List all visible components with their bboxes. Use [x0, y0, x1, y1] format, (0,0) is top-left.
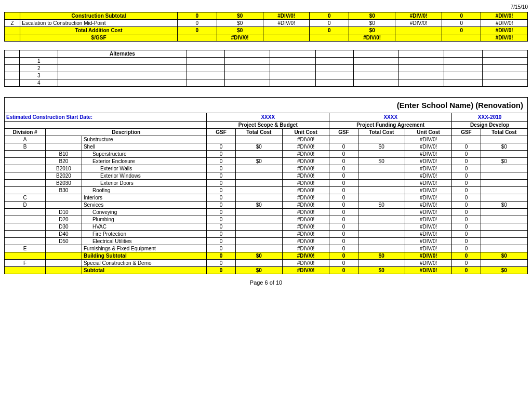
row-id: B: [5, 143, 46, 151]
gsf-header-2: GSF: [329, 129, 358, 136]
c1-uc: #DIV/0!: [282, 267, 329, 274]
c1-gsf: 0: [207, 194, 235, 202]
c2-uc: #DIV/0!: [405, 223, 451, 231]
alternates-header-row: Alternates: [5, 50, 528, 58]
alt-prefix: [5, 65, 20, 72]
c2-tc: $0: [349, 20, 395, 27]
data-row: Subtotal0$0#DIV/0!0$0#DIV/0!0$0: [5, 267, 528, 274]
row-id: [5, 209, 46, 216]
row-z: Z: [5, 20, 20, 27]
c1-gsf: [207, 136, 235, 143]
row-id: [5, 216, 46, 223]
gsf-header-1: GSF: [207, 129, 235, 136]
c1-uc: #DIV/0!: [282, 165, 329, 172]
row-code: B20: [46, 158, 82, 165]
c1: [187, 58, 225, 65]
c1-gsf: 0: [207, 245, 235, 252]
div-num-header: Division #: [5, 129, 46, 136]
c1-uc: #DIV/0!: [282, 202, 329, 209]
row-desc: Superstructure: [82, 151, 206, 158]
row-code: [46, 252, 82, 260]
row-label: Escalation to Construction Mid-Point: [20, 20, 178, 27]
c3-tc: [481, 151, 527, 158]
row-label: Total Addition Cost: [20, 27, 178, 34]
alt-row-3: 3: [5, 72, 528, 79]
row-desc: Furnishings & Fixed Equipment: [82, 245, 206, 252]
c4: [315, 58, 354, 65]
c1-gsf: 0: [207, 216, 235, 223]
escalation-row: Z Escalation to Construction Mid-Point 0…: [5, 20, 528, 27]
alt-prefix: [5, 58, 20, 65]
c2-gsf: 0: [310, 27, 349, 34]
col-group-3-label: XXX-2010: [452, 113, 528, 122]
c1: [187, 79, 225, 87]
page-date: 7/15/10: [4, 4, 528, 10]
row-desc: Special Construction & Demo: [82, 260, 206, 267]
gsf-header-3: GSF: [452, 129, 481, 136]
c1-gsf: 0: [207, 202, 235, 209]
row-desc: Electrical Utilities: [82, 238, 206, 245]
c2-uc: [395, 27, 442, 34]
row-id: [5, 165, 46, 172]
c7: [444, 79, 483, 87]
c1-gsf: 0: [207, 165, 235, 172]
c2-gsf: 0: [329, 260, 358, 267]
c2-gsf: 0: [329, 187, 358, 194]
c1-tc: [235, 194, 282, 202]
c2-gsf: 0: [329, 158, 358, 165]
c1-tc: [235, 209, 282, 216]
c3-tc: [481, 260, 527, 267]
c2-tc: $0: [358, 252, 405, 260]
school-name: (Enter School Name) (Renovation): [5, 98, 528, 113]
main-table: (Enter School Name) (Renovation) Estimat…: [4, 97, 528, 274]
alt-desc: [58, 65, 187, 72]
c1-uc: #DIV/0!: [282, 187, 329, 194]
alt-desc: [58, 72, 187, 79]
row-id: F: [5, 260, 46, 267]
row-id: [5, 158, 46, 165]
c3-gsf: 0: [452, 180, 481, 187]
data-row: ASubstructure#DIV/0!#DIV/0!: [5, 136, 528, 143]
unit-cost-header-1: Unit Cost: [282, 129, 329, 136]
c3-tc: [481, 209, 527, 216]
c2-gsf: 0: [329, 223, 358, 231]
data-row: D20Plumbing0#DIV/0!0#DIV/0!0: [5, 216, 528, 223]
c2-gsf: 0: [329, 194, 358, 202]
c5: [354, 72, 399, 79]
c2-tc: [358, 231, 405, 238]
c3: [270, 79, 315, 87]
data-row: BShell0$0#DIV/0!0$0#DIV/0!0$0: [5, 143, 528, 151]
c3-gsf: 0: [452, 238, 481, 245]
c2-tc: [358, 136, 405, 143]
row-id: A: [5, 136, 46, 143]
col-prefix: [5, 27, 20, 34]
c3-gsf: 0: [452, 267, 481, 274]
data-row: B2030Exterior Doors0#DIV/0!0#DIV/0!0: [5, 180, 528, 187]
alt-blank8: [399, 50, 444, 58]
row-code: [46, 245, 82, 252]
c2-uc: #DIV/0!: [405, 143, 451, 151]
row-id: [5, 252, 46, 260]
c1-gsf: 0: [207, 260, 235, 267]
c1-tc: [235, 223, 282, 231]
row-desc: Subtotal: [82, 267, 206, 274]
school-name-row: (Enter School Name) (Renovation): [5, 98, 528, 113]
c2-gsf: 0: [329, 209, 358, 216]
c2: [225, 58, 270, 65]
c2-uc: #DIV/0!: [405, 245, 451, 252]
c2-tc: [358, 180, 405, 187]
alternates-table: Alternates 1: [4, 50, 528, 87]
c3-tc: [481, 245, 527, 252]
c8: [482, 72, 527, 79]
row-desc: Substructure: [82, 136, 206, 143]
c6: [399, 79, 444, 87]
c1-tc: $0: [235, 202, 282, 209]
c1-uc: #DIV/0!: [282, 252, 329, 260]
row-code: B2030: [46, 180, 82, 187]
c3-tc: $0: [481, 267, 527, 274]
c2-gsf: [310, 34, 349, 42]
row-desc: Shell: [82, 143, 206, 151]
c2: [225, 65, 270, 72]
c2-tc: [358, 165, 405, 172]
c2-tc: $0: [349, 12, 395, 20]
